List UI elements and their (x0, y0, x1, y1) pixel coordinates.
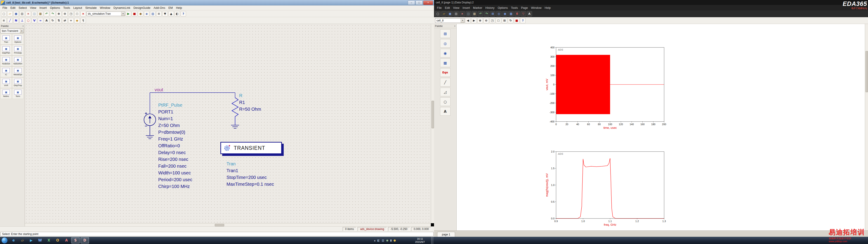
plot-spectrum-fs-vout[interactable]: 0.91.01.11.21.30.00.51.01.52.0freq, GHzm… (545, 148, 667, 227)
menu-view[interactable]: View (29, 6, 38, 10)
taskbar-explorer-icon[interactable]: ▱ (18, 238, 26, 243)
insert-pin-icon[interactable]: ○ (26, 18, 31, 23)
menu-help[interactable]: Help (174, 6, 184, 10)
data-display-title-bar[interactable]: cell_8 [page 1] (Data Display):2 (434, 0, 868, 5)
menu-dynamiclink[interactable]: DynamicLink (112, 6, 132, 10)
workspace-icon[interactable]: ◧ (175, 11, 180, 17)
zoom-area-icon[interactable]: ◳ (68, 11, 74, 17)
plot-vout-vs-time[interactable]: 020406080100120140160180200-400-300-200-… (545, 44, 667, 130)
minimize-button[interactable]: – (408, 0, 415, 5)
dataset-context-combo[interactable]: cell_8 ▼ (435, 18, 465, 23)
print-icon[interactable]: ▤ (454, 11, 459, 17)
source-parameter[interactable]: Width=100 usec (158, 170, 192, 176)
simulation-settings-combo[interactable]: ds_simulation:Tran ▼ (87, 11, 125, 16)
menu-options[interactable]: Options (49, 6, 62, 10)
undo-icon[interactable]: ↶ (44, 11, 49, 17)
move-text-icon[interactable]: + (68, 18, 74, 23)
pulse-source-symbol[interactable] (144, 112, 156, 135)
palette-item-netinc[interactable]: ▣NetInc (0, 88, 12, 99)
menu-addons[interactable]: Add-Ons (152, 6, 167, 10)
insert-list-plot-icon[interactable]: ▦ (508, 11, 514, 17)
grid-toggle-icon[interactable]: ⊞ (502, 18, 507, 23)
zoom-full-icon[interactable]: ◻ (496, 18, 501, 23)
copy-icon[interactable]: ◫ (32, 11, 37, 17)
menu-designguide[interactable]: DesignGuide (132, 6, 152, 10)
palette-item-ndsetnm[interactable]: ▣NdSetNm (12, 56, 24, 66)
line-tool-button[interactable]: ╱ (440, 78, 451, 87)
taskbar-ads-schematic-icon[interactable]: S (71, 237, 80, 244)
palette-item-measeqn[interactable]: ▣MeasEqn (12, 66, 24, 77)
menu-layout[interactable]: Layout (72, 6, 84, 10)
rotate-icon[interactable]: ↻ (50, 18, 55, 23)
menu-page[interactable]: Page (520, 6, 529, 10)
help-icon[interactable]: ? (520, 18, 526, 23)
transient-parameter[interactable]: Tran1 (226, 167, 274, 174)
transient-controller-box[interactable]: TRANSIENT (220, 142, 282, 154)
vertical-scrollbar[interactable] (431, 24, 434, 223)
new-window-icon[interactable]: ▢ (435, 11, 440, 17)
insert-text-icon[interactable]: A (44, 18, 49, 23)
copy-icon[interactable]: ◫ (466, 11, 471, 17)
menu-window[interactable]: Window (529, 6, 543, 10)
tuning-icon[interactable]: ◉ (138, 11, 143, 17)
zoom-in-icon[interactable]: ⊕ (477, 18, 483, 23)
transient-parameter[interactable]: StopTime=200 usec (226, 174, 274, 181)
rectangular-plot-button[interactable]: ⊞ (440, 29, 451, 38)
source-parameter[interactable]: Fall=200 nsec (158, 163, 192, 170)
mirror-x-icon[interactable]: ⇅ (56, 18, 61, 23)
paste-icon[interactable]: ▦ (38, 11, 43, 17)
resistor-component-name[interactable]: R (239, 92, 242, 99)
menu-options[interactable]: Options (496, 6, 509, 10)
wire-label-vout[interactable]: vout (155, 86, 163, 93)
tray-battery-icon[interactable]: ▮ (390, 239, 392, 242)
palette-item-term[interactable]: ▣Term (12, 88, 24, 99)
transient-parameter[interactable]: MaxTimeStep=0.1 nsec (226, 181, 274, 187)
zoom-out-icon[interactable]: ⊖ (484, 18, 489, 23)
menu-insert[interactable]: Insert (38, 6, 49, 10)
source-parameter[interactable]: Chirp=100 MHz (158, 183, 192, 190)
redo-icon[interactable]: ↷ (484, 11, 489, 17)
tray-volume-icon[interactable]: ◉ (386, 239, 388, 242)
taskbar-media-icon[interactable]: ▶ (27, 238, 35, 243)
print-design-icon[interactable]: ▤ (20, 11, 25, 17)
page-back-icon[interactable]: ◀ (465, 18, 471, 23)
paste-icon[interactable]: ▦ (472, 11, 477, 17)
source-component-name[interactable]: PtRF_Pulse (158, 102, 182, 109)
simulate-gear-icon[interactable]: ▶ (126, 11, 131, 17)
menu-help[interactable]: Help (543, 6, 553, 10)
menu-window[interactable]: Window (98, 6, 112, 10)
zoom-area-icon[interactable]: ◳ (490, 18, 495, 23)
taskbar-excel-icon[interactable]: X (45, 238, 53, 243)
insert-wire-icon[interactable]: ╱ (7, 18, 13, 23)
insert-wire-label-icon[interactable]: N (13, 18, 19, 23)
horizontal-scrollbar[interactable] (25, 223, 431, 226)
schematic-canvas[interactable] (25, 24, 431, 223)
taskbar-ie-icon[interactable]: e (9, 238, 18, 243)
optimization-icon[interactable]: ◈ (144, 11, 149, 17)
palette-item-disptmp[interactable]: ▣DispTmp (12, 77, 24, 88)
menu-tools[interactable]: Tools (62, 6, 72, 10)
taskbar-ads-dds-icon[interactable]: D (81, 237, 89, 244)
new-design-icon[interactable]: ▢ (1, 11, 6, 17)
taskbar-clock[interactable]: 16:11 2015/9/7 (410, 237, 430, 244)
menu-view[interactable]: View (452, 6, 461, 10)
zoom-out-icon[interactable]: ⊖ (62, 11, 68, 17)
source-parameter[interactable]: Z=50 Ohm (158, 122, 192, 129)
schematic-title-bar[interactable]: cell_8 [test_lib:cell_8:schematic] * (Sc… (0, 0, 434, 5)
palette-item-tran[interactable]: ▣Tran (0, 34, 12, 45)
source-parameter[interactable]: PORT1 (158, 109, 192, 115)
palette-item-var[interactable]: ▣VAR (0, 77, 12, 88)
menu-tools[interactable]: Tools (509, 6, 520, 10)
polar-plot-button[interactable]: ◎ (440, 39, 451, 48)
page-tab[interactable]: page 1 (437, 232, 455, 237)
highlight-net-icon[interactable]: ◆ (74, 18, 80, 23)
hierarchy-push-icon[interactable]: ▼ (162, 11, 168, 17)
menu-insert[interactable]: Insert (461, 6, 471, 10)
taskbar-word-icon[interactable]: W (36, 238, 44, 243)
zoom-in-icon[interactable]: ⊕ (56, 11, 61, 17)
smith-chart-button[interactable]: ◉ (440, 49, 451, 57)
menu-marker[interactable]: Marker (471, 6, 484, 10)
palette-item-swpplan[interactable]: ▣SwpPlan (0, 45, 12, 56)
list-plot-button[interactable]: ▦ (440, 59, 451, 67)
tray-network-icon[interactable]: ◧ (377, 239, 380, 242)
